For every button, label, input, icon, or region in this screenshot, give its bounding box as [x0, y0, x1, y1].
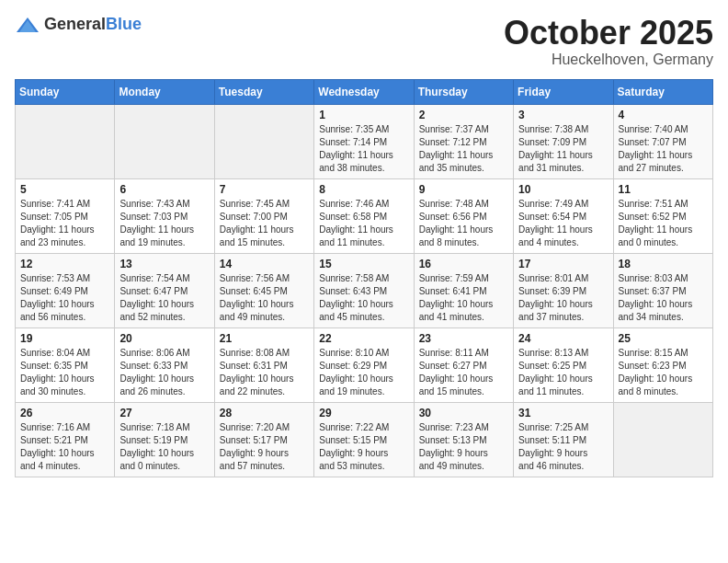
day-number: 15	[319, 258, 408, 270]
calendar-cell	[613, 402, 712, 477]
calendar-week-row: 5Sunrise: 7:41 AM Sunset: 7:05 PM Daylig…	[16, 178, 713, 253]
cell-content: Sunrise: 8:10 AM Sunset: 6:29 PM Dayligh…	[319, 347, 408, 398]
weekday-header-thursday: Thursday	[414, 79, 513, 104]
day-number: 3	[518, 109, 608, 121]
cell-content: Sunrise: 7:18 AM Sunset: 5:19 PM Dayligh…	[119, 421, 209, 473]
calendar-week-row: 1Sunrise: 7:35 AM Sunset: 7:14 PM Daylig…	[16, 104, 713, 178]
cell-content: Sunrise: 7:38 AM Sunset: 7:09 PM Dayligh…	[518, 123, 608, 175]
cell-content: Sunrise: 7:54 AM Sunset: 6:47 PM Dayligh…	[119, 272, 209, 324]
day-number: 20	[119, 332, 209, 345]
weekday-header-sunday: Sunday	[16, 79, 115, 104]
calendar-cell: 28Sunrise: 7:20 AM Sunset: 5:17 PM Dayli…	[214, 402, 313, 477]
calendar-cell: 23Sunrise: 8:11 AM Sunset: 6:27 PM Dayli…	[414, 327, 513, 402]
day-number: 12	[20, 258, 109, 270]
calendar-cell: 30Sunrise: 7:23 AM Sunset: 5:13 PM Dayli…	[414, 402, 513, 477]
weekday-header-row: SundayMondayTuesdayWednesdayThursdayFrid…	[16, 79, 713, 104]
cell-content: Sunrise: 7:58 AM Sunset: 6:43 PM Dayligh…	[319, 272, 408, 324]
weekday-header-wednesday: Wednesday	[314, 79, 414, 104]
cell-content: Sunrise: 8:13 AM Sunset: 6:25 PM Dayligh…	[518, 347, 608, 398]
day-number: 29	[319, 407, 408, 419]
day-number: 9	[419, 183, 508, 196]
cell-content: Sunrise: 7:53 AM Sunset: 6:49 PM Dayligh…	[20, 272, 109, 324]
cell-content: Sunrise: 7:41 AM Sunset: 7:05 PM Dayligh…	[20, 198, 109, 249]
calendar-week-row: 19Sunrise: 8:04 AM Sunset: 6:35 PM Dayli…	[16, 327, 713, 402]
cell-content: Sunrise: 8:11 AM Sunset: 6:27 PM Dayligh…	[419, 347, 508, 398]
calendar-week-row: 12Sunrise: 7:53 AM Sunset: 6:49 PM Dayli…	[16, 253, 713, 327]
calendar-cell: 20Sunrise: 8:06 AM Sunset: 6:33 PM Dayli…	[115, 327, 214, 402]
day-number: 5	[20, 183, 109, 196]
weekday-header-saturday: Saturday	[613, 79, 712, 104]
calendar-cell: 31Sunrise: 7:25 AM Sunset: 5:11 PM Dayli…	[514, 402, 613, 477]
calendar-cell: 5Sunrise: 7:41 AM Sunset: 7:05 PM Daylig…	[16, 178, 115, 253]
title-area: October 2025 Hueckelhoven, Germany	[504, 15, 713, 68]
cell-content: Sunrise: 7:46 AM Sunset: 6:58 PM Dayligh…	[319, 198, 408, 249]
calendar-cell: 7Sunrise: 7:45 AM Sunset: 7:00 PM Daylig…	[214, 178, 313, 253]
calendar-cell: 27Sunrise: 7:18 AM Sunset: 5:19 PM Dayli…	[115, 402, 214, 477]
cell-content: Sunrise: 8:06 AM Sunset: 6:33 PM Dayligh…	[119, 347, 209, 398]
page-header: GeneralBlue October 2025 Hueckelhoven, G…	[15, 15, 713, 68]
calendar-cell	[115, 104, 214, 178]
day-number: 21	[220, 332, 309, 345]
day-number: 27	[119, 407, 209, 419]
day-number: 26	[20, 407, 109, 419]
cell-content: Sunrise: 7:35 AM Sunset: 7:14 PM Dayligh…	[319, 123, 408, 175]
calendar-cell: 1Sunrise: 7:35 AM Sunset: 7:14 PM Daylig…	[314, 104, 414, 178]
cell-content: Sunrise: 8:15 AM Sunset: 6:23 PM Dayligh…	[619, 347, 708, 398]
cell-content: Sunrise: 7:45 AM Sunset: 7:00 PM Dayligh…	[220, 198, 309, 249]
day-number: 7	[220, 183, 309, 196]
day-number: 6	[119, 183, 209, 196]
day-number: 25	[619, 332, 708, 345]
logo-text-blue: Blue	[106, 15, 142, 33]
cell-content: Sunrise: 8:04 AM Sunset: 6:35 PM Dayligh…	[20, 347, 109, 398]
calendar-cell: 18Sunrise: 8:03 AM Sunset: 6:37 PM Dayli…	[613, 253, 712, 327]
cell-content: Sunrise: 7:23 AM Sunset: 5:13 PM Dayligh…	[419, 421, 508, 473]
logo-icon	[15, 16, 40, 34]
day-number: 10	[518, 183, 608, 196]
calendar-cell: 4Sunrise: 7:40 AM Sunset: 7:07 PM Daylig…	[613, 104, 712, 178]
calendar-cell: 8Sunrise: 7:46 AM Sunset: 6:58 PM Daylig…	[314, 178, 414, 253]
day-number: 14	[220, 258, 309, 270]
logo-text-general: General	[44, 15, 106, 33]
calendar-cell	[214, 104, 313, 178]
day-number: 24	[518, 332, 608, 345]
calendar-cell: 6Sunrise: 7:43 AM Sunset: 7:03 PM Daylig…	[115, 178, 214, 253]
cell-content: Sunrise: 8:01 AM Sunset: 6:39 PM Dayligh…	[518, 272, 608, 324]
calendar-table: SundayMondayTuesdayWednesdayThursdayFrid…	[15, 79, 713, 477]
calendar-week-row: 26Sunrise: 7:16 AM Sunset: 5:21 PM Dayli…	[16, 402, 713, 477]
day-number: 30	[419, 407, 508, 419]
cell-content: Sunrise: 7:20 AM Sunset: 5:17 PM Dayligh…	[220, 421, 309, 473]
calendar-cell: 29Sunrise: 7:22 AM Sunset: 5:15 PM Dayli…	[314, 402, 414, 477]
day-number: 4	[619, 109, 708, 121]
day-number: 13	[119, 258, 209, 270]
calendar-cell: 13Sunrise: 7:54 AM Sunset: 6:47 PM Dayli…	[115, 253, 214, 327]
cell-content: Sunrise: 7:22 AM Sunset: 5:15 PM Dayligh…	[319, 421, 408, 473]
month-title: October 2025	[504, 15, 713, 52]
weekday-header-monday: Monday	[115, 79, 214, 104]
day-number: 18	[619, 258, 708, 270]
cell-content: Sunrise: 7:49 AM Sunset: 6:54 PM Dayligh…	[518, 198, 608, 249]
day-number: 1	[319, 109, 408, 121]
cell-content: Sunrise: 7:37 AM Sunset: 7:12 PM Dayligh…	[419, 123, 508, 175]
cell-content: Sunrise: 7:16 AM Sunset: 5:21 PM Dayligh…	[20, 421, 109, 473]
day-number: 31	[518, 407, 608, 419]
calendar-cell: 24Sunrise: 8:13 AM Sunset: 6:25 PM Dayli…	[514, 327, 613, 402]
day-number: 16	[419, 258, 508, 270]
day-number: 2	[419, 109, 508, 121]
cell-content: Sunrise: 7:40 AM Sunset: 7:07 PM Dayligh…	[619, 123, 708, 175]
calendar-cell	[16, 104, 115, 178]
cell-content: Sunrise: 8:03 AM Sunset: 6:37 PM Dayligh…	[619, 272, 708, 324]
calendar-cell: 19Sunrise: 8:04 AM Sunset: 6:35 PM Dayli…	[16, 327, 115, 402]
calendar-cell: 3Sunrise: 7:38 AM Sunset: 7:09 PM Daylig…	[514, 104, 613, 178]
weekday-header-friday: Friday	[514, 79, 613, 104]
calendar-cell: 22Sunrise: 8:10 AM Sunset: 6:29 PM Dayli…	[314, 327, 414, 402]
location-title: Hueckelhoven, Germany	[504, 52, 713, 68]
day-number: 8	[319, 183, 408, 196]
calendar-cell: 11Sunrise: 7:51 AM Sunset: 6:52 PM Dayli…	[613, 178, 712, 253]
cell-content: Sunrise: 7:51 AM Sunset: 6:52 PM Dayligh…	[619, 198, 708, 249]
logo: GeneralBlue	[15, 15, 142, 34]
calendar-cell: 10Sunrise: 7:49 AM Sunset: 6:54 PM Dayli…	[514, 178, 613, 253]
calendar-cell: 14Sunrise: 7:56 AM Sunset: 6:45 PM Dayli…	[214, 253, 313, 327]
calendar-cell: 25Sunrise: 8:15 AM Sunset: 6:23 PM Dayli…	[613, 327, 712, 402]
cell-content: Sunrise: 7:56 AM Sunset: 6:45 PM Dayligh…	[220, 272, 309, 324]
day-number: 23	[419, 332, 508, 345]
